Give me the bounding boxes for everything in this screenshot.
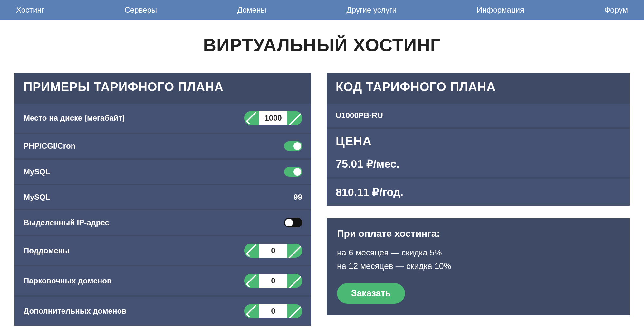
row-php: PHP/CGI/Cron [14,134,311,160]
chevron-left-icon [246,274,259,287]
parked-label: Парковочных доменов [24,276,112,285]
nav-item-hosting[interactable]: Хостинг [16,5,44,14]
row-disk: Место на диске (мегабайт) [14,104,311,134]
addon-increment-button[interactable] [287,304,302,318]
mysql-count-value: 99 [293,193,302,202]
ip-toggle[interactable] [284,218,302,227]
discount-panel: При оплате хостинга: на 6 месяцев — скид… [327,218,630,315]
discount-line-1: на 6 месяцев — скидка 5% [337,246,619,260]
plan-code-heading: КОД ТАРИФНОГО ПЛАНА [327,73,630,104]
toggle-knob [285,219,293,226]
price-month: 75.01 ₽/мес. [327,150,630,179]
toggle-knob [293,142,301,150]
disk-increment-button[interactable] [287,111,302,125]
chevron-left-icon [246,112,259,124]
php-label: PHP/CGI/Cron [24,142,75,151]
row-parked: Парковочных доменов [14,266,311,297]
subdomains-increment-button[interactable] [287,244,302,258]
price-heading: ЦЕНА [327,129,630,150]
order-button[interactable]: Заказать [337,283,405,304]
parked-stepper [244,274,302,288]
discount-title: При оплате хостинга: [337,228,619,239]
addon-label: Дополнительных доменов [24,307,127,316]
plan-examples-heading: ПРИМЕРЫ ТАРИФНОГО ПЛАНА [14,73,311,104]
row-mysql-toggle: MySQL [14,160,311,185]
subdomains-decrement-button[interactable] [244,244,259,258]
chevron-left-icon [246,244,259,257]
mysql-toggle[interactable] [284,167,302,177]
parked-decrement-button[interactable] [244,274,259,288]
disk-decrement-button[interactable] [244,111,259,125]
nav-item-info[interactable]: Информация [477,5,524,14]
nav-item-domains[interactable]: Домены [237,5,266,14]
nav-item-forum[interactable]: Форум [604,5,628,14]
nav-item-other-services[interactable]: Другие услуги [347,5,397,14]
page-title: ВИРТУАЛЬНЫЙ ХОСТИНГ [0,34,644,55]
nav-item-servers[interactable]: Серверы [125,5,157,14]
row-mysql-count: MySQL 99 [14,185,311,210]
chevron-left-icon [246,305,259,318]
subdomains-stepper [244,244,302,258]
ip-label: Выделенный IP-адрес [24,218,109,227]
discount-line-2: на 12 месяцев — скидка 10% [337,260,619,273]
addon-stepper [244,304,302,318]
top-nav: Хостинг Серверы Домены Другие услуги Инф… [0,0,644,20]
row-addon: Дополнительных доменов [14,297,311,326]
disk-label: Место на диске (мегабайт) [24,114,125,123]
disk-input[interactable] [259,111,287,125]
addon-decrement-button[interactable] [244,304,259,318]
disk-stepper [244,111,302,125]
addon-input[interactable] [259,304,287,318]
plan-code-value: U1000PB-RU [327,104,630,129]
parked-input[interactable] [259,274,287,288]
plan-examples-panel: ПРИМЕРЫ ТАРИФНОГО ПЛАНА Место на диске (… [14,73,311,326]
plan-code-panel: КОД ТАРИФНОГО ПЛАНА U1000PB-RU ЦЕНА 75.0… [327,73,630,206]
toggle-knob [293,168,301,176]
parked-increment-button[interactable] [287,274,302,288]
row-ip: Выделенный IP-адрес [14,210,311,236]
subdomains-input[interactable] [259,244,287,258]
mysql-toggle-label: MySQL [24,167,50,176]
php-toggle[interactable] [284,141,302,151]
subdomains-label: Поддомены [24,246,70,255]
price-year: 810.11 ₽/год. [327,179,630,206]
row-subdomains: Поддомены [14,236,311,266]
mysql-count-label: MySQL [24,193,50,202]
